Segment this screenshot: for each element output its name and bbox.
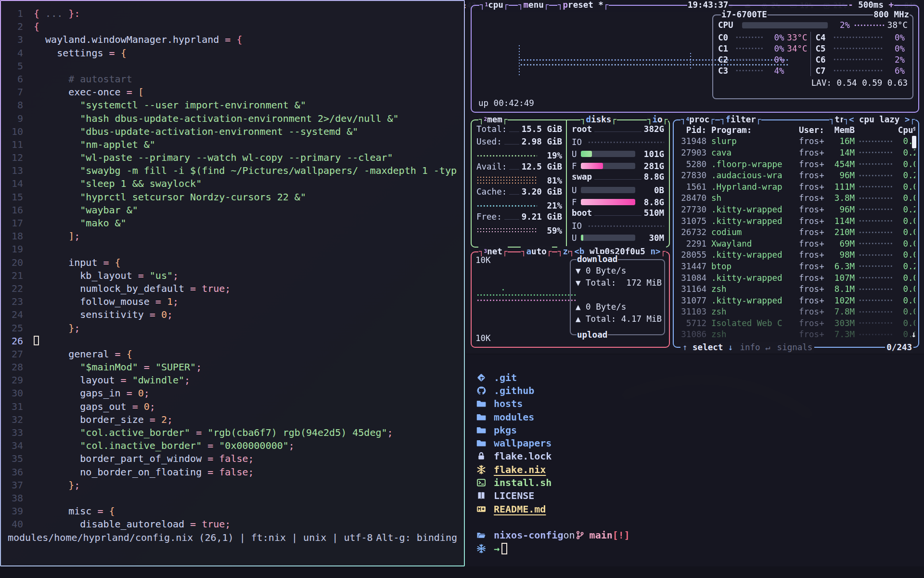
editor-line[interactable]: 15 "hyprctl setcursor Nordzy-cursors 22 … <box>1 191 464 204</box>
editor-line[interactable]: 2{ <box>1 20 464 33</box>
editor-line[interactable]: 26 <box>1 335 464 348</box>
editor-line[interactable]: 35 border_part_of_window = false; <box>1 452 464 465</box>
editor-line[interactable]: 10 "dbus-update-activation-environment -… <box>1 125 464 138</box>
net-auto-button[interactable]: ┐auto┌ <box>521 246 552 257</box>
status-file-info: modules/home/hyprland/config.nix (26,1) … <box>8 531 373 544</box>
editor-line[interactable]: 7 exec-once = [ <box>1 86 464 99</box>
editor-line[interactable]: 9 "hash dbus-update-activation-environme… <box>1 112 464 125</box>
editor-line[interactable]: 14 "sleep 1 && swaylock" <box>1 177 464 190</box>
proc-header-user[interactable]: User: <box>799 125 830 135</box>
proc-row[interactable]: 31075.kitty-wrappedfros+114M0.0 <box>677 215 915 227</box>
interval-plus-button[interactable]: + <box>884 0 894 10</box>
mem-box-label[interactable]: ┐2mem┌ <box>478 114 508 125</box>
editor-line[interactable]: 25 }; <box>1 322 464 335</box>
proc-row[interactable]: 5712Isolated Web Cfros+303M0.0 <box>677 317 915 329</box>
editor-line[interactable]: 8 "systemctl --user import-environment &… <box>1 99 464 112</box>
proc-row[interactable]: 31103zshfros+7.8M0.0 <box>677 306 915 318</box>
editor-line[interactable]: 37 }; <box>1 479 464 492</box>
editor-line[interactable]: 18 ]; <box>1 230 464 243</box>
editor-line[interactable]: 11 "nm-applet &" <box>1 138 464 151</box>
editor-line[interactable]: 30 gaps_in = 0; <box>1 387 464 400</box>
editor-line[interactable]: 27 general = { <box>1 348 464 361</box>
proc-scroll-down[interactable]: ↓ <box>911 329 916 339</box>
proc-row[interactable]: 31164zshfros+8.1M0.0 <box>677 283 915 295</box>
proc-row[interactable]: 28055.kitty-wrappedfros+98M0.0 <box>677 250 915 261</box>
info-button[interactable]: info ↵ <box>740 342 770 353</box>
interval-minus-button[interactable]: - <box>848 0 858 10</box>
editor-line[interactable]: 6 # autostart <box>1 73 464 86</box>
proc-row[interactable]: 26732codiumfros+210M0.0 <box>677 226 915 238</box>
proc-cpu: 0.2 <box>896 262 915 271</box>
editor-line[interactable]: 19 <box>1 243 464 256</box>
editor-line[interactable]: 23 follow_mouse = 1; <box>1 295 464 308</box>
core-meter <box>735 36 763 39</box>
proc-row[interactable]: 31084.kitty-wrappedfros+107M0.0 <box>677 272 915 284</box>
editor-line[interactable]: 24 sensitivity = 0; <box>1 308 464 321</box>
signals-button[interactable]: signals <box>777 342 813 353</box>
proc-row[interactable]: 31077.kitty-wrappedfros+102M0.0 <box>677 295 915 306</box>
proc-filter-button[interactable]: ┐filter┌ <box>720 114 761 125</box>
editor-cursor[interactable] <box>34 336 39 345</box>
editor-line[interactable]: 36 no_border_on_floating = false; <box>1 466 464 479</box>
editor-line[interactable]: 1{ ... }: <box>1 7 464 20</box>
editor-line[interactable]: 13 "swaybg -m fill -i $(find ~/Pictures/… <box>1 164 464 177</box>
proc-row[interactable]: 27730.kitty-wrappedfros+96M0.2 <box>677 204 915 215</box>
disk-name: boot <box>572 208 592 218</box>
editor-line[interactable]: 29 layout = "dwindle"; <box>1 374 464 387</box>
proc-row[interactable]: 31086zshfros+7.3M0.0 <box>677 329 915 340</box>
proc-row[interactable]: 1561.Hyprland-wrapfros+111M0.0 <box>677 181 915 193</box>
editor-surface[interactable]: 1{ ... }:2{3 wayland.windowManager.hyprl… <box>1 1 464 565</box>
folder-open-icon <box>476 530 486 540</box>
editor-line[interactable]: 38 <box>1 492 464 505</box>
editor-line[interactable]: 3 wayland.windowManager.hyprland = { <box>1 33 464 46</box>
proc-row[interactable]: 2291Xwaylandfros+69M0.0 <box>677 238 915 250</box>
menu-button[interactable]: ┐menu┌ <box>518 0 549 10</box>
proc-row[interactable]: 27830.audacious-wrafros+96M0.2 <box>677 170 915 181</box>
proc-cpu: 0.2 <box>896 205 915 214</box>
editor-line[interactable]: 22 numlock_by_default = true; <box>1 282 464 295</box>
proc-mem: 454M <box>830 159 855 169</box>
file-name: pkgs <box>494 424 517 436</box>
proc-header-pid[interactable]: Pid: <box>677 125 706 135</box>
editor-line[interactable]: 5 <box>1 60 464 73</box>
proc-row[interactable]: 27903cavafros+14M0.2 <box>677 147 915 158</box>
editor-line[interactable]: 33 "col.active_border" = "rgb(cba6f7) rg… <box>1 426 464 439</box>
editor-line[interactable]: 17 "mako &" <box>1 217 464 230</box>
editor-line[interactable]: 16 "waybar &" <box>1 204 464 217</box>
proc-header-cpu[interactable]: Cpu% <box>896 125 915 135</box>
editor-line[interactable]: 4 settings = { <box>1 47 464 60</box>
proc-scrollbar[interactable] <box>912 136 916 148</box>
proc-sort-selector[interactable]: ┐< cpu lazy >┌ <box>843 114 915 125</box>
terminal-cursor[interactable] <box>501 543 507 554</box>
editor-code-area[interactable]: 1{ ... }:2{3 wayland.windowManager.hyprl… <box>1 7 464 531</box>
select-button[interactable]: ↑ select ↓ <box>682 342 733 353</box>
editor-line[interactable]: 28 "$mainMod" = "SUPER"; <box>1 361 464 374</box>
line-number: 27 <box>1 348 23 361</box>
editor-line[interactable]: 32 border_size = 2; <box>1 413 464 426</box>
terminal-icon <box>476 478 486 487</box>
editor-line[interactable]: 39 misc = { <box>1 505 464 518</box>
proc-cpu: 0.0 <box>896 250 915 260</box>
proc-row[interactable]: 28470shfros+3.8M0.0 <box>677 193 915 204</box>
proc-user: fros+ <box>799 227 830 237</box>
terminal-window[interactable]: .git.githubhostsmodulespkgswallpapersfla… <box>466 355 924 566</box>
editor-line[interactable]: 20 input = { <box>1 256 464 269</box>
disk-bar-value: 101G <box>639 149 664 159</box>
proc-header-program[interactable]: Program: <box>711 125 799 135</box>
disks-io-label[interactable]: ┐io┌ <box>647 114 668 125</box>
cpu-box-label[interactable]: ┐1cpu┌ <box>479 0 509 10</box>
preset-button[interactable]: ┐preset *┌ <box>557 0 609 10</box>
editor-line[interactable]: 21 kb_layout = "us"; <box>1 269 464 282</box>
proc-box-label[interactable]: ┐4proc┌ <box>680 114 715 125</box>
editor-line[interactable]: 31 gaps_out = 0; <box>1 400 464 413</box>
proc-row[interactable]: 31948slurpfros+16M0.0 <box>677 136 915 147</box>
editor-line[interactable]: 12 "wl-paste --primary --watch wl-copy -… <box>1 151 464 164</box>
proc-header-mem[interactable]: MemB <box>830 125 855 135</box>
proc-row[interactable]: 31447btopfros+6.3M0.2 <box>677 261 915 272</box>
proc-row[interactable]: 5280.floorp-wrappefros+454M0.0 <box>677 158 915 170</box>
btop-window: ┐1cpu┌┐menu┌┐preset *┌19:43:37- 500ms +i… <box>466 0 924 354</box>
shell-input-line[interactable]: → <box>476 542 924 555</box>
editor-line[interactable]: 34 "col.inactive_border" = "0x00000000"; <box>1 439 464 452</box>
editor-line[interactable]: 40 disable_autoreload = true; <box>1 518 464 531</box>
code-text: "systemctl --user import-environment &" <box>34 99 306 112</box>
